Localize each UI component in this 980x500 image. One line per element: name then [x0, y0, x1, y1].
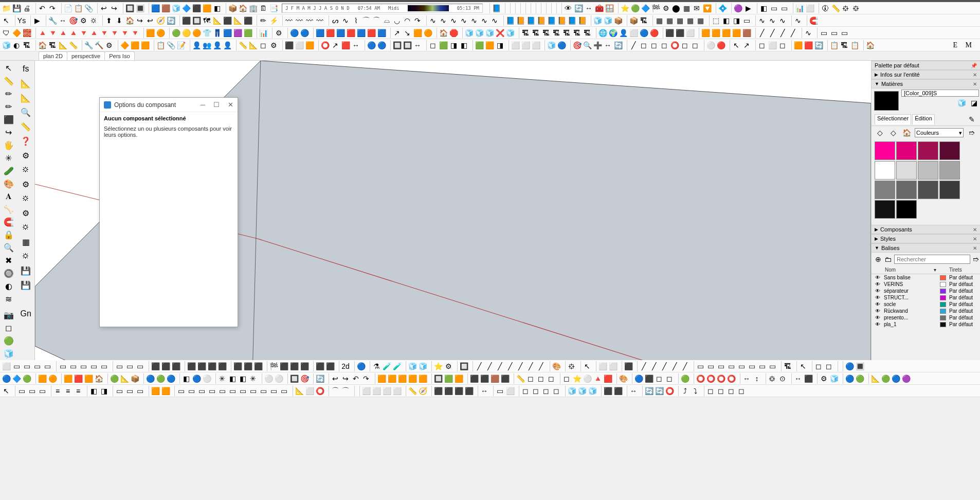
- tool-button[interactable]: 🗺: [202, 15, 212, 26]
- tool-button[interactable]: ∿: [803, 28, 813, 38]
- tool-button[interactable]: ⭕: [669, 40, 680, 50]
- tool-button[interactable]: 🟣: [901, 373, 911, 384]
- tool-button[interactable]: 🔲: [433, 373, 443, 384]
- tool-button[interactable]: 🏗: [783, 361, 793, 371]
- tool-button[interactable]: 🔄: [613, 40, 623, 50]
- tool-button[interactable]: ▭: [767, 361, 777, 371]
- tool-button[interactable]: ▭: [135, 386, 145, 396]
- tool-button[interactable]: 🟢: [171, 28, 181, 38]
- tool-button[interactable]: ⬛: [160, 361, 171, 371]
- tool-button[interactable]: 🔺: [68, 28, 78, 38]
- tool-button[interactable]: ▭: [88, 361, 99, 371]
- color-swatch[interactable]: [918, 161, 938, 180]
- tool-button[interactable]: ◻: [716, 386, 726, 396]
- tool-button[interactable]: ✳: [2, 153, 16, 164]
- view-tab-persiso[interactable]: Pers Iso: [104, 51, 134, 60]
- tool-button[interactable]: ⭕: [726, 373, 736, 384]
- tool-button[interactable]: 🎯: [299, 373, 310, 384]
- tag-row[interactable]: 👁séparateurPar défaut: [872, 288, 980, 294]
- tool-button[interactable]: ▭: [757, 361, 767, 371]
- tool-button[interactable]: 🔽: [702, 3, 712, 13]
- default-material-icon[interactable]: ◪: [969, 98, 979, 108]
- tool-button[interactable]: 🟢: [109, 373, 119, 384]
- tool-button[interactable]: ⛭: [19, 221, 33, 234]
- tag-dash[interactable]: Par défaut: [949, 281, 977, 287]
- tool-button[interactable]: ⚙: [268, 40, 279, 50]
- tool-button[interactable]: ✏: [2, 101, 16, 112]
- tool-button[interactable]: ∿: [459, 15, 469, 26]
- tool-button[interactable]: 🟢: [880, 373, 891, 384]
- panel-materials[interactable]: ▼ Matières ✕: [872, 79, 980, 88]
- tool-button[interactable]: ╱: [495, 361, 505, 371]
- tool-button[interactable]: ∿: [438, 15, 448, 26]
- tool-button[interactable]: 🟧: [484, 40, 495, 50]
- tool-button[interactable]: ▭: [58, 361, 68, 371]
- tool-button[interactable]: ▭: [217, 386, 227, 396]
- tool-button[interactable]: 🟠: [47, 373, 58, 384]
- tool-button[interactable]: 👁: [563, 3, 573, 13]
- tool-button[interactable]: 🔍: [2, 242, 16, 253]
- tool-button[interactable]: ⬛: [613, 386, 623, 396]
- tool-button[interactable]: 🟧: [397, 373, 407, 384]
- close-icon[interactable]: ✕: [973, 245, 977, 251]
- tool-button[interactable]: 🧊: [474, 28, 484, 38]
- tool-button[interactable]: ◻: [258, 40, 268, 50]
- tool-button[interactable]: 👤: [212, 40, 222, 50]
- color-swatch[interactable]: [939, 161, 960, 180]
- tool-button[interactable]: 🔴: [716, 40, 726, 50]
- tag-row[interactable]: 👁STRUCT...Par défaut: [872, 294, 980, 301]
- tool-button[interactable]: ⛭: [19, 192, 33, 205]
- tool-button[interactable]: ↷: [361, 373, 371, 384]
- tool-button[interactable]: 🔄: [813, 40, 824, 50]
- tool-button[interactable]: 🔄: [644, 386, 654, 396]
- tool-button[interactable]: 🔵: [844, 373, 855, 384]
- tool-button[interactable]: 🟧: [202, 3, 212, 13]
- tool-button[interactable]: ◻: [736, 386, 747, 396]
- tool-button[interactable]: 🟢: [630, 3, 640, 13]
- tool-button[interactable]: 📝: [176, 40, 186, 50]
- tool-button[interactable]: 🟥: [803, 40, 813, 50]
- tool-button[interactable]: ↶: [37, 3, 47, 13]
- tool-button[interactable]: ◻: [520, 386, 531, 396]
- tool-button[interactable]: 🟧: [160, 386, 171, 396]
- tool-button[interactable]: 🏠: [865, 40, 875, 50]
- tool-button[interactable]: ▭: [769, 3, 779, 13]
- tool-button[interactable]: 🔻: [47, 28, 58, 38]
- color-swatch[interactable]: [918, 141, 938, 160]
- tool-button[interactable]: 🔳: [855, 361, 865, 371]
- tool-button[interactable]: ᔕ: [330, 15, 340, 26]
- tool-button[interactable]: 📎: [166, 40, 176, 50]
- tool-button[interactable]: ▭: [207, 386, 217, 396]
- color-swatch[interactable]: [896, 200, 917, 219]
- tool-button[interactable]: ◻: [551, 386, 561, 396]
- add-tag-folder-icon[interactable]: 🗀: [884, 254, 892, 264]
- tool-button[interactable]: 🟧: [418, 373, 428, 384]
- tool-button[interactable]: ⬜: [805, 3, 815, 13]
- tool-button[interactable]: 🟧: [145, 28, 155, 38]
- tool-button[interactable]: ↕: [752, 373, 762, 384]
- tool-button[interactable]: 📦: [130, 373, 140, 384]
- tool-button[interactable]: 🧊: [577, 386, 587, 396]
- tool-button[interactable]: ⛭: [19, 164, 33, 176]
- tool-button[interactable]: ⚙: [19, 178, 33, 190]
- tool-button[interactable]: 🟥: [73, 373, 83, 384]
- tool-button[interactable]: ⯐: [851, 3, 861, 13]
- tool-button[interactable]: 🟧: [407, 373, 418, 384]
- tool-button[interactable]: ⭕: [320, 40, 330, 50]
- tool-button[interactable]: ↔: [603, 40, 613, 50]
- tool-button[interactable]: 🔲: [392, 40, 402, 50]
- tool-button[interactable]: 📦: [227, 3, 238, 13]
- tool-button[interactable]: ◻: [813, 361, 824, 371]
- tool-button[interactable]: 🟩: [438, 40, 448, 50]
- tool-button[interactable]: 🟢: [2, 335, 16, 346]
- tool-button[interactable]: 🟦: [335, 28, 346, 38]
- tool-button[interactable]: 🔵: [191, 373, 202, 384]
- tool-button[interactable]: 🏗: [22, 40, 32, 50]
- tool-button[interactable]: ▭: [819, 28, 829, 38]
- tool-button[interactable]: 📏: [2, 76, 16, 86]
- tool-button[interactable]: ⬜: [520, 40, 531, 50]
- nav-back-icon[interactable]: ◇: [875, 128, 885, 138]
- tool-button[interactable]: ◧: [459, 40, 469, 50]
- tool-button[interactable]: 🧲: [2, 217, 16, 227]
- tool-button[interactable]: ↩: [99, 3, 109, 13]
